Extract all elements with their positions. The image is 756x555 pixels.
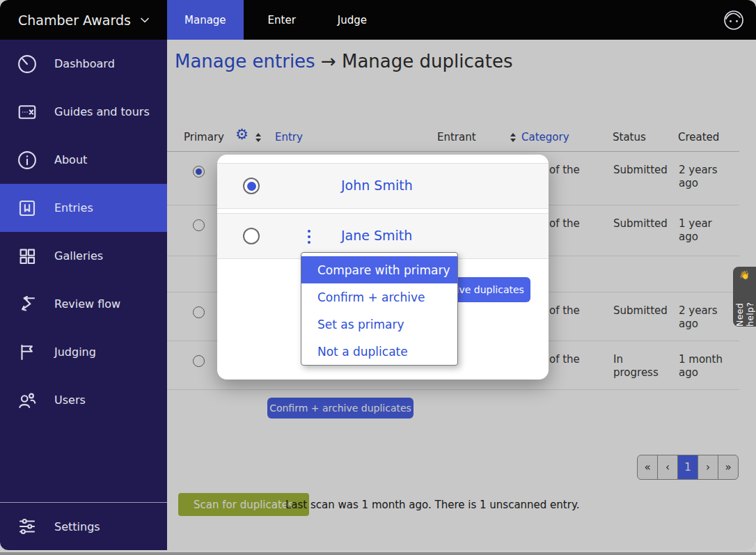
sidebar-item-label: Users (54, 393, 86, 407)
grid-icon (17, 246, 38, 267)
sidebar-item-about[interactable]: About (0, 136, 167, 184)
users-icon (17, 390, 38, 411)
sidebar-item-label: Galleries (54, 249, 103, 263)
chevron-down-icon (139, 15, 150, 26)
app-window: Chamber Awards Manage Enter Judge Dashbo… (0, 0, 756, 550)
sliders-icon (17, 516, 38, 537)
sidebar-item-label: Dashboard (54, 57, 115, 70)
menu-item-compare-with-primary[interactable]: Compare with primary (301, 256, 457, 283)
brand-title: Chamber Awards (18, 13, 131, 28)
map-icon (17, 102, 38, 123)
sidebar-item-galleries[interactable]: Galleries (0, 232, 167, 280)
sidebar-item-label: Guides and tours (54, 105, 150, 118)
sidebar-item-label: Settings (54, 520, 100, 533)
sidebar-item-dashboard[interactable]: Dashboard (0, 40, 167, 88)
primary-radio-selected[interactable] (243, 178, 260, 194)
primary-radio[interactable] (243, 228, 260, 244)
row-actions-menu: Compare with primary Confirm + archive S… (301, 252, 458, 366)
sidebar-item-label: Judging (54, 345, 96, 359)
menu-item-not-a-duplicate[interactable]: Not a duplicate (301, 338, 457, 365)
info-icon (17, 150, 38, 171)
tab-manage[interactable]: Manage (167, 0, 244, 40)
bookmark-icon (17, 198, 38, 219)
sidebar-item-settings[interactable]: Settings (0, 503, 167, 550)
flow-arrow-icon (17, 294, 38, 315)
tab-judge[interactable]: Judge (320, 0, 384, 40)
tab-enter[interactable]: Enter (251, 0, 313, 40)
sidebar-item-label: About (54, 153, 87, 166)
top-navbar: Chamber Awards Manage Enter Judge (0, 0, 756, 40)
sidebar-item-label: Review flow (54, 297, 120, 311)
entry-link-john-smith[interactable]: John Smith (341, 178, 413, 193)
menu-item-set-as-primary[interactable]: Set as primary (301, 311, 457, 338)
flag-icon (17, 342, 38, 363)
sidebar-footer: Settings (0, 502, 167, 550)
waving-hand-icon: 👋 (739, 270, 750, 280)
sidebar: Dashboard Guides and tours About Entries… (0, 40, 167, 550)
main-content: Manage entries → Manage duplicates Prima… (167, 40, 756, 550)
kebab-menu-icon[interactable] (306, 228, 312, 245)
need-help-tab[interactable]: 👋 Need help? (733, 267, 756, 327)
dashboard-icon (17, 54, 38, 75)
duplicate-entry-row: John Smith (217, 163, 549, 209)
window-bottom-edge (0, 552, 756, 555)
sidebar-item-entries[interactable]: Entries (0, 184, 167, 232)
need-help-label: Need help? (734, 281, 755, 327)
app-switcher[interactable]: Chamber Awards (0, 0, 167, 40)
sidebar-item-review-flow[interactable]: Review flow (0, 280, 167, 328)
user-avatar-icon[interactable] (723, 9, 745, 31)
menu-item-confirm-archive[interactable]: Confirm + archive (301, 283, 457, 311)
entry-link-jane-smith[interactable]: Jane Smith (341, 228, 412, 243)
sidebar-item-judging[interactable]: Judging (0, 328, 167, 376)
sidebar-item-guides-and-tours[interactable]: Guides and tours (0, 88, 167, 136)
sidebar-item-label: Entries (54, 201, 93, 214)
sidebar-item-users[interactable]: Users (0, 376, 167, 424)
duplicate-group-popup: John Smith Jane Smith Confirm + archive … (217, 155, 549, 380)
